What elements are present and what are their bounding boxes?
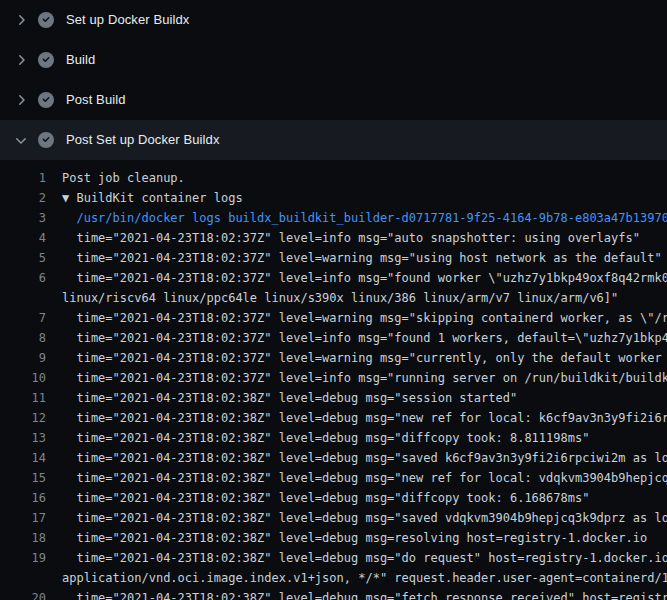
log-text: time="2021-04-23T18:02:37Z" level=info m… [62, 228, 667, 248]
log-text: time="2021-04-23T18:02:38Z" level=debug … [62, 388, 667, 408]
log-line: 17 time="2021-04-23T18:02:38Z" level=deb… [0, 508, 667, 528]
chevron-right-icon [13, 12, 29, 28]
line-number[interactable]: 4 [0, 228, 46, 248]
log-line: 4 time="2021-04-23T18:02:37Z" level=info… [0, 228, 667, 248]
log-line: 12 time="2021-04-23T18:02:38Z" level=deb… [0, 408, 667, 428]
log-text: time="2021-04-23T18:02:37Z" level=info m… [62, 268, 667, 288]
log-text: time="2021-04-23T18:02:38Z" level=debug … [62, 508, 667, 528]
log-line: 9 time="2021-04-23T18:02:37Z" level=warn… [0, 348, 667, 368]
line-number[interactable]: 2 [0, 188, 46, 208]
line-number[interactable]: 11 [0, 388, 46, 408]
line-number[interactable]: 14 [0, 448, 46, 468]
log-text: time="2021-04-23T18:02:38Z" level=debug … [62, 408, 667, 428]
step-label: Post Build [66, 92, 126, 108]
check-circle-icon [38, 132, 54, 148]
log-text: /usr/bin/docker logs buildx_buildkit_bui… [62, 208, 667, 228]
log-line: 14 time="2021-04-23T18:02:38Z" level=deb… [0, 448, 667, 468]
log-line: 2 ▼ BuildKit container logs [0, 188, 667, 208]
log-text: time="2021-04-23T18:02:37Z" level=warnin… [62, 248, 667, 268]
check-circle-icon [38, 52, 54, 68]
log-line: 11 time="2021-04-23T18:02:38Z" level=deb… [0, 388, 667, 408]
step-header[interactable]: Build [0, 40, 667, 80]
chevron-right-icon [13, 52, 29, 68]
log-text: time="2021-04-23T18:02:38Z" level=debug … [62, 428, 667, 448]
log-line: 16 time="2021-04-23T18:02:38Z" level=deb… [0, 488, 667, 508]
line-number[interactable]: 16 [0, 488, 46, 508]
log-line: 10 time="2021-04-23T18:02:37Z" level=inf… [0, 368, 667, 388]
line-number[interactable]: 9 [0, 348, 46, 368]
log-line: 1 Post job cleanup. [0, 168, 667, 188]
log-line: 7 time="2021-04-23T18:02:37Z" level=warn… [0, 308, 667, 328]
log-text: application/vnd.oci.image.index.v1+json,… [62, 568, 667, 588]
line-number[interactable]: 17 [0, 508, 46, 528]
line-number[interactable] [0, 288, 46, 308]
step-header[interactable]: Set up Docker Buildx [0, 0, 667, 40]
line-number[interactable]: 8 [0, 328, 46, 348]
step-label: Build [66, 52, 95, 68]
log-text: linux/riscv64 linux/ppc64le linux/s390x … [62, 288, 667, 308]
step-label: Set up Docker Buildx [66, 12, 189, 28]
log-line: 19 time="2021-04-23T18:02:38Z" level=deb… [0, 548, 667, 568]
line-number[interactable]: 20 [0, 588, 46, 600]
log-text: Post job cleanup. [62, 168, 667, 188]
log-text: time="2021-04-23T18:02:38Z" level=debug … [62, 468, 667, 488]
log-group-toggle[interactable]: ▼ BuildKit container logs [62, 188, 667, 208]
log-text: time="2021-04-23T18:02:37Z" level=info m… [62, 328, 667, 348]
line-number[interactable]: 3 [0, 208, 46, 228]
log-line: 6 time="2021-04-23T18:02:37Z" level=info… [0, 268, 667, 288]
line-number[interactable]: 10 [0, 368, 46, 388]
log-line: 8 time="2021-04-23T18:02:37Z" level=info… [0, 328, 667, 348]
log-text: time="2021-04-23T18:02:37Z" level=warnin… [62, 348, 667, 368]
log-line: linux/riscv64 linux/ppc64le linux/s390x … [0, 288, 667, 308]
log-line: 5 time="2021-04-23T18:02:37Z" level=warn… [0, 248, 667, 268]
line-number[interactable]: 6 [0, 268, 46, 288]
line-number[interactable]: 15 [0, 468, 46, 488]
step-label: Post Set up Docker Buildx [66, 132, 220, 148]
log-text: time="2021-04-23T18:02:37Z" level=info m… [62, 368, 667, 388]
log-line: 3 /usr/bin/docker logs buildx_buildkit_b… [0, 208, 667, 228]
line-number[interactable]: 18 [0, 528, 46, 548]
check-circle-icon [38, 92, 54, 108]
line-number[interactable]: 12 [0, 408, 46, 428]
log-text: time="2021-04-23T18:02:38Z" level=debug … [62, 528, 667, 548]
steps-list: Set up Docker Buildx Build Post Build Po… [0, 0, 667, 160]
line-number[interactable]: 13 [0, 428, 46, 448]
log-line: application/vnd.oci.image.index.v1+json,… [0, 568, 667, 588]
line-number[interactable]: 5 [0, 248, 46, 268]
line-number[interactable]: 7 [0, 308, 46, 328]
log-line: 13 time="2021-04-23T18:02:38Z" level=deb… [0, 428, 667, 448]
line-number[interactable]: 1 [0, 168, 46, 188]
chevron-down-icon [13, 132, 29, 148]
line-number[interactable] [0, 568, 46, 588]
log-text: time="2021-04-23T18:02:38Z" level=debug … [62, 488, 667, 508]
log-line: 18 time="2021-04-23T18:02:38Z" level=deb… [0, 528, 667, 548]
log-line: 20 time="2021-04-23T18:02:38Z" level=deb… [0, 588, 667, 600]
step-header[interactable]: Post Set up Docker Buildx [0, 120, 667, 160]
check-circle-icon [38, 12, 54, 28]
log-text: time="2021-04-23T18:02:38Z" level=debug … [62, 588, 667, 600]
line-number[interactable]: 19 [0, 548, 46, 568]
log-text: time="2021-04-23T18:02:37Z" level=warnin… [62, 308, 667, 328]
log-text: time="2021-04-23T18:02:38Z" level=debug … [62, 548, 667, 568]
step-header[interactable]: Post Build [0, 80, 667, 120]
log-lines: 1 Post job cleanup. 2 ▼ BuildKit contain… [0, 160, 667, 600]
log-text: time="2021-04-23T18:02:38Z" level=debug … [62, 448, 667, 468]
log-line: 15 time="2021-04-23T18:02:38Z" level=deb… [0, 468, 667, 488]
chevron-right-icon [13, 92, 29, 108]
